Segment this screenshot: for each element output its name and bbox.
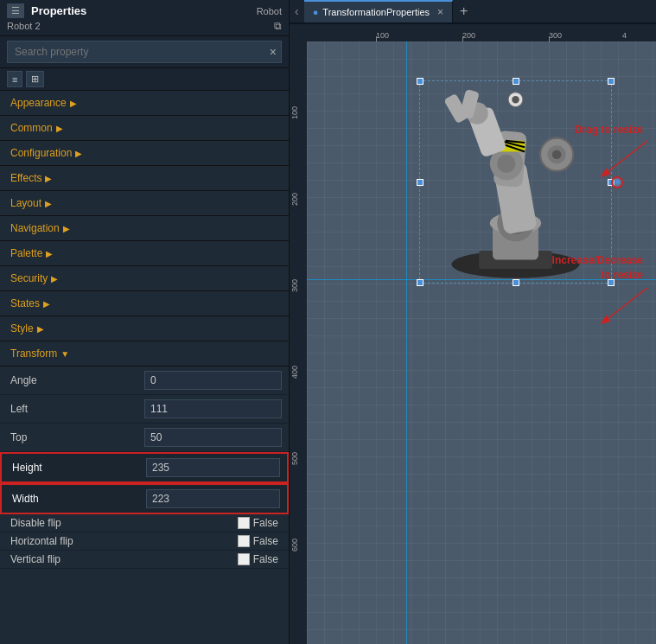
ruler-v-label-500: 500	[290, 452, 299, 465]
group-states-arrow: ▶	[43, 299, 50, 309]
tab-icon: ●	[313, 7, 319, 17]
canvas-content: Drag to resize Increase/Decrease to resi…	[307, 41, 656, 644]
bool-text-disable-flip: False	[253, 517, 278, 529]
handle-bottom-middle[interactable]	[513, 279, 519, 286]
group-layout-header[interactable]: Layout ▶	[0, 191, 289, 215]
checkbox-disable-flip[interactable]	[238, 517, 250, 529]
group-states-label: States	[10, 297, 40, 309]
drag-to-resize-label: Drag to resize	[575, 124, 643, 136]
properties-panel: ☰ Properties Robot Robot 2 ⧉ × ≡ ⊞ Appea…	[0, 0, 290, 644]
svg-point-19	[512, 96, 519, 103]
checkbox-horizontal-flip[interactable]	[238, 535, 250, 547]
search-bar: ×	[0, 36, 289, 68]
prop-input-angle[interactable]	[144, 371, 282, 390]
prop-input-top[interactable]	[144, 428, 282, 447]
group-palette: Palette ▶	[0, 241, 289, 266]
group-common-label: Common	[10, 122, 53, 134]
bool-text-horizontal-flip: False	[253, 535, 278, 547]
group-transform-header[interactable]: Transform ▼	[0, 341, 289, 367]
group-navigation-label: Navigation	[10, 222, 60, 234]
resize-label-text: Increase/Decrease to resize	[552, 254, 643, 281]
prop-label-top: Top	[0, 428, 143, 447]
right-panel: ‹ ● TransformationProperties × + 100 200…	[290, 0, 656, 644]
checkbox-vertical-flip[interactable]	[238, 553, 250, 565]
ruler-v-label-300: 300	[290, 279, 299, 292]
prop-row-left: Left	[0, 395, 289, 424]
svg-line-26	[608, 288, 647, 318]
prop-row-disable-flip: Disable flip False	[0, 514, 289, 532]
grid-view-button[interactable]: ⊞	[26, 71, 44, 87]
prop-bool-vertical-flip: False	[238, 553, 278, 565]
search-clear-button[interactable]: ×	[270, 46, 277, 58]
tab-add-button[interactable]: +	[453, 3, 474, 19]
prop-value-angle	[143, 369, 289, 392]
canvas-area[interactable]: 100 200 300 4 100 200 300 400 500 600	[290, 24, 656, 644]
search-input[interactable]	[8, 41, 281, 62]
drag-arrow-svg	[583, 137, 652, 180]
group-navigation-header[interactable]: Navigation ▶	[0, 216, 289, 240]
prop-row-horizontal-flip: Horizontal flip False	[0, 532, 289, 551]
group-configuration-label: Configuration	[10, 147, 72, 159]
group-appearance: Appearance ▶	[0, 91, 289, 116]
handle-middle-left[interactable]	[417, 179, 424, 186]
ruler-vertical: 100 200 300 400 500 600	[290, 41, 307, 644]
handle-bottom-left[interactable]	[417, 279, 424, 286]
group-layout: Layout ▶	[0, 191, 289, 216]
group-navigation: Navigation ▶	[0, 216, 289, 241]
group-transform: Transform ▼ Angle Left Top	[0, 341, 289, 569]
resize-arrow-svg	[583, 284, 652, 327]
group-configuration-header[interactable]: Configuration ▶	[0, 141, 289, 165]
group-effects-header[interactable]: Effects ▶	[0, 166, 289, 190]
group-transform-arrow: ▼	[61, 349, 69, 359]
prop-label-left: Left	[0, 399, 143, 418]
ruler-v-label-400: 400	[290, 366, 299, 379]
group-appearance-arrow: ▶	[70, 99, 77, 108]
prop-value-left	[143, 398, 289, 420]
drag-handle-center	[615, 180, 620, 184]
group-appearance-header[interactable]: Appearance ▶	[0, 91, 289, 115]
prop-label-disable-flip: Disable flip	[10, 517, 238, 529]
group-palette-header[interactable]: Palette ▶	[0, 241, 289, 265]
group-style-header[interactable]: Style ▶	[0, 316, 289, 341]
tab-transformation-properties[interactable]: ● TransformationProperties ×	[304, 0, 453, 22]
group-appearance-label: Appearance	[10, 97, 67, 109]
group-style-arrow: ▶	[37, 324, 44, 334]
panel-title: Properties	[31, 4, 86, 17]
group-common-header[interactable]: Common ▶	[0, 116, 289, 140]
prop-input-left[interactable]	[144, 399, 282, 418]
prop-row-vertical-flip: Vertical flip False	[0, 551, 289, 569]
list-view-button[interactable]: ≡	[7, 71, 22, 87]
tab-close-button[interactable]: ×	[437, 6, 443, 18]
ruler-corner	[290, 24, 307, 41]
prop-label-vertical-flip: Vertical flip	[10, 553, 238, 565]
svg-point-9	[497, 155, 515, 173]
copy-icon[interactable]: ⧉	[274, 20, 282, 32]
prop-row-top: Top	[0, 424, 289, 452]
handle-top-right[interactable]	[608, 78, 615, 85]
svg-point-22	[552, 150, 562, 159]
group-layout-arrow: ▶	[45, 199, 52, 208]
tab-bar: ‹ ● TransformationProperties × +	[290, 0, 656, 24]
prop-bool-disable-flip: False	[238, 517, 278, 529]
tab-label: TransformationProperties	[322, 7, 430, 17]
view-icons-bar: ≡ ⊞	[0, 68, 289, 91]
prop-label-horizontal-flip: Horizontal flip	[10, 535, 238, 547]
prop-input-height[interactable]	[146, 458, 280, 477]
group-configuration: Configuration ▶	[0, 141, 289, 166]
group-security-header[interactable]: Security ▶	[0, 266, 289, 290]
panel-menu-icon[interactable]: ☰	[7, 3, 24, 18]
prop-row-angle: Angle	[0, 367, 289, 395]
handle-top-middle[interactable]	[513, 78, 519, 85]
group-layout-label: Layout	[10, 197, 41, 209]
prop-bool-horizontal-flip: False	[238, 535, 278, 547]
handle-top-left[interactable]	[417, 78, 424, 85]
prop-label-width: Width	[2, 489, 144, 508]
ruler-label-200: 200	[462, 31, 475, 40]
group-states-header[interactable]: States ▶	[0, 291, 289, 316]
nav-back-arrow[interactable]: ‹	[290, 0, 304, 22]
prop-input-width[interactable]	[146, 489, 280, 508]
group-security: Security ▶	[0, 266, 289, 291]
prop-row-height: Height	[0, 452, 289, 483]
group-security-label: Security	[10, 272, 48, 284]
prop-label-angle: Angle	[0, 371, 143, 390]
